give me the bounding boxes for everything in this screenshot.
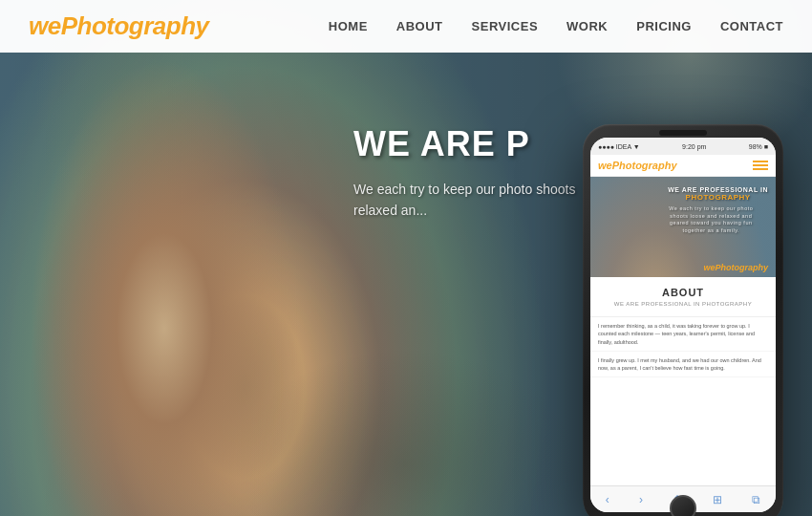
phone-text-1: I remember thinking, as a child, it was … bbox=[590, 317, 776, 352]
phone-status-center: 9:20 pm bbox=[682, 143, 706, 150]
phone-logo-suffix: Photography bbox=[612, 160, 677, 171]
phone-hero-brand: wePhotography bbox=[703, 263, 768, 272]
phone-nav-tabs-icon[interactable]: ⧉ bbox=[752, 493, 760, 506]
nav-home[interactable]: HOME bbox=[329, 19, 368, 33]
phone-hero-title1: WE ARE PROFESSIONAL IN bbox=[668, 186, 768, 193]
phone-shell: ●●●● IDEA ▼ 9:20 pm 98% ■ wePhotography bbox=[583, 124, 783, 516]
menu-bar-2 bbox=[753, 164, 768, 166]
phone-hero-title2: PHOTOGRAPHY bbox=[668, 193, 768, 202]
phone-about-subtitle: WE ARE PROFESSIONAL IN PHOTOGRAPHY bbox=[598, 301, 768, 307]
phone-about-title: ABOUT bbox=[598, 287, 768, 298]
phone-speaker bbox=[659, 130, 707, 136]
phone-about-section: ABOUT WE ARE PROFESSIONAL IN PHOTOGRAPHY bbox=[590, 277, 776, 317]
phone-nav-back-icon[interactable]: ‹ bbox=[606, 493, 609, 506]
phone-hero-text: WE ARE PROFESSIONAL IN PHOTOGRAPHY We ea… bbox=[668, 186, 768, 235]
hero-text-block: WE ARE P We each try to keep our photo s… bbox=[353, 124, 575, 222]
phone-header: wePhotography bbox=[590, 155, 776, 177]
phone-hero-section: WE ARE PROFESSIONAL IN PHOTOGRAPHY We ea… bbox=[590, 177, 776, 277]
phone-logo-prefix: we bbox=[598, 160, 612, 171]
nav-contact[interactable]: CONTACT bbox=[720, 19, 783, 33]
phone-nav-forward-icon[interactable]: › bbox=[639, 493, 643, 506]
site-logo: wePhotography bbox=[29, 11, 209, 41]
hero-title: WE ARE P bbox=[353, 124, 575, 164]
menu-bar-1 bbox=[753, 161, 768, 162]
main-nav: HOME ABOUT SERVICES WORK PRICING CONTACT bbox=[329, 19, 783, 33]
logo-suffix: Photography bbox=[61, 11, 209, 40]
phone-status-bar: ●●●● IDEA ▼ 9:20 pm 98% ■ bbox=[590, 138, 776, 155]
phone-text-2: I finally grew up. I met my husband, and… bbox=[590, 352, 776, 378]
menu-bar-3 bbox=[753, 168, 768, 170]
phone-status-right: 98% ■ bbox=[749, 143, 768, 150]
phone-logo: wePhotography bbox=[598, 160, 677, 171]
phone-brand-suffix: Photography bbox=[716, 263, 769, 272]
site-header: wePhotography HOME ABOUT SERVICES WORK P… bbox=[0, 0, 812, 53]
nav-about[interactable]: ABOUT bbox=[396, 19, 443, 33]
phone-brand-prefix: we bbox=[703, 263, 715, 272]
phone-home-button[interactable] bbox=[670, 495, 696, 516]
nav-services[interactable]: SERVICES bbox=[472, 19, 539, 33]
phone-menu-icon[interactable] bbox=[753, 161, 768, 170]
phone-nav-bookmark-icon[interactable]: ⊞ bbox=[713, 493, 722, 506]
phone-mockup: ●●●● IDEA ▼ 9:20 pm 98% ■ wePhotography bbox=[583, 124, 783, 516]
nav-work[interactable]: WORK bbox=[566, 19, 608, 33]
phone-status-left: ●●●● IDEA ▼ bbox=[598, 143, 640, 150]
phone-screen: ●●●● IDEA ▼ 9:20 pm 98% ■ wePhotography bbox=[590, 138, 776, 512]
hero-subtitle: We each try to keep our photo shoots rel… bbox=[353, 179, 575, 222]
nav-pricing[interactable]: PRICING bbox=[636, 19, 692, 33]
logo-prefix: we bbox=[29, 11, 61, 40]
phone-hero-sub: We each try to keep our photo shoots loo… bbox=[668, 205, 754, 235]
